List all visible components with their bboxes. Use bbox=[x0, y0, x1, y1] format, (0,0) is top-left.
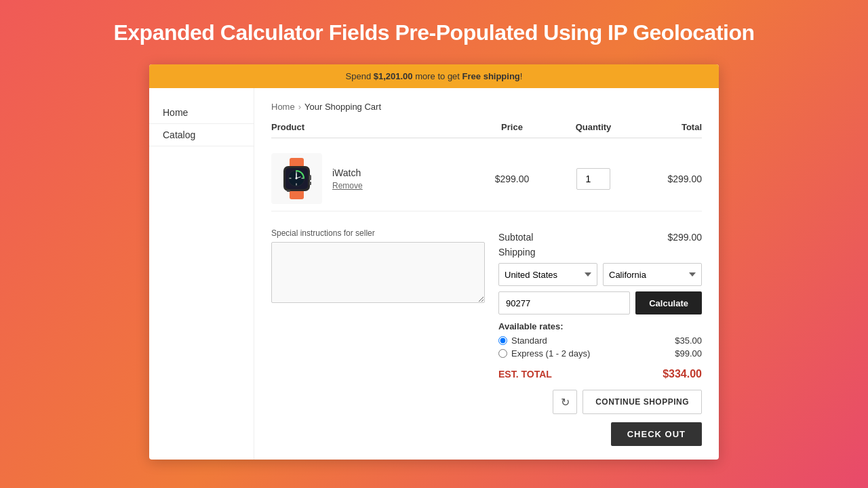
refresh-button[interactable]: ↻ bbox=[553, 390, 577, 414]
svg-rect-14 bbox=[287, 190, 290, 192]
state-select[interactable]: California bbox=[603, 263, 702, 286]
svg-point-11 bbox=[296, 178, 298, 180]
sidebar: Home Catalog bbox=[149, 88, 254, 460]
promo-banner: Spend $1,201.00 more to get Free shippin… bbox=[149, 64, 719, 88]
promo-end: ! bbox=[520, 71, 523, 81]
shop-body: Home Catalog Home › Your Shopping Cart P… bbox=[149, 88, 719, 460]
subtotal-value: $299.00 bbox=[667, 232, 702, 243]
col-product: Product bbox=[271, 122, 471, 132]
promo-amount: $1,201.00 bbox=[374, 71, 413, 81]
country-select[interactable]: United States bbox=[498, 263, 597, 286]
est-total-row: EST. TOTAL $334.00 bbox=[498, 368, 702, 380]
product-info: iWatch Remove bbox=[271, 153, 471, 204]
subtotal-label: Subtotal bbox=[498, 232, 533, 243]
left-col: Special instructions for seller bbox=[271, 218, 485, 446]
refresh-icon: ↻ bbox=[561, 396, 570, 409]
rate-standard: Standard $35.00 bbox=[498, 336, 702, 346]
right-panel: Subtotal $299.00 Shipping United States … bbox=[498, 232, 702, 446]
rates-label: Available rates: bbox=[498, 321, 702, 331]
product-details: iWatch Remove bbox=[332, 167, 363, 190]
promo-prefix: Spend bbox=[346, 71, 374, 81]
instructions-textarea[interactable] bbox=[271, 242, 485, 303]
rate-express: Express (1 - 2 days) $99.00 bbox=[498, 348, 702, 359]
main-content: Home › Your Shopping Cart Product Price … bbox=[254, 88, 719, 460]
remove-button[interactable]: Remove bbox=[332, 181, 363, 190]
sidebar-item-catalog[interactable]: Catalog bbox=[149, 124, 254, 146]
breadcrumb-separator: › bbox=[298, 102, 301, 112]
shipping-section: Shipping United States California Calcul… bbox=[498, 247, 702, 446]
page-title: Expanded Calculator Fields Pre-Populated… bbox=[113, 20, 754, 45]
quantity-input[interactable] bbox=[576, 168, 610, 190]
rate-express-left: Express (1 - 2 days) bbox=[498, 348, 590, 359]
shop-container: Spend $1,201.00 more to get Free shippin… bbox=[149, 64, 719, 460]
subtotal-row: Subtotal $299.00 bbox=[498, 232, 702, 243]
svg-rect-13 bbox=[309, 182, 311, 185]
svg-rect-1 bbox=[290, 190, 304, 199]
two-col-layout: Special instructions for seller Subtotal… bbox=[271, 218, 702, 446]
est-total-label: EST. TOTAL bbox=[498, 369, 552, 380]
est-total-value: $334.00 bbox=[663, 368, 702, 380]
promo-suffix: more to get bbox=[413, 71, 462, 81]
zip-input[interactable] bbox=[498, 291, 630, 314]
rate-standard-label: Standard bbox=[511, 336, 547, 346]
product-total: $299.00 bbox=[634, 174, 702, 184]
action-buttons: ↻ CONTINUE SHOPPING bbox=[498, 390, 702, 414]
rate-standard-left: Standard bbox=[498, 336, 547, 346]
col-total: Total bbox=[634, 122, 702, 132]
product-price: $299.00 bbox=[471, 174, 553, 184]
col-price: Price bbox=[471, 122, 553, 132]
rate-standard-radio[interactable] bbox=[498, 336, 507, 345]
product-name: iWatch bbox=[332, 167, 363, 178]
breadcrumb-home[interactable]: Home bbox=[271, 102, 295, 112]
rate-express-price: $99.00 bbox=[675, 348, 702, 359]
product-image bbox=[271, 153, 322, 204]
rate-express-label: Express (1 - 2 days) bbox=[511, 348, 590, 359]
breadcrumb-current: Your Shopping Cart bbox=[304, 102, 381, 112]
col-quantity: Quantity bbox=[553, 122, 634, 132]
checkout-container: CHECK OUT bbox=[498, 422, 702, 446]
special-instructions-label: Special instructions for seller bbox=[271, 228, 485, 238]
rate-express-radio[interactable] bbox=[498, 349, 507, 358]
sidebar-item-home[interactable]: Home bbox=[149, 102, 254, 124]
checkout-button[interactable]: CHECK OUT bbox=[611, 422, 702, 446]
svg-rect-0 bbox=[290, 158, 304, 167]
breadcrumb: Home › Your Shopping Cart bbox=[271, 102, 702, 112]
shipping-label: Shipping bbox=[498, 247, 702, 258]
svg-rect-12 bbox=[309, 175, 311, 180]
promo-highlight: Free shipping bbox=[462, 71, 520, 81]
shipping-selects: United States California bbox=[498, 263, 702, 286]
continue-shopping-button[interactable]: CONTINUE SHOPPING bbox=[583, 390, 702, 414]
cart-table-header: Product Price Quantity Total bbox=[271, 122, 702, 138]
available-rates: Available rates: Standard $35.00 bbox=[498, 321, 702, 359]
calculate-button[interactable]: Calculate bbox=[635, 291, 702, 314]
cart-item: iWatch Remove $299.00 $299.00 bbox=[271, 146, 702, 211]
product-quantity-cell bbox=[553, 168, 634, 190]
rate-standard-price: $35.00 bbox=[675, 336, 702, 346]
zip-calc-row: Calculate bbox=[498, 291, 702, 314]
